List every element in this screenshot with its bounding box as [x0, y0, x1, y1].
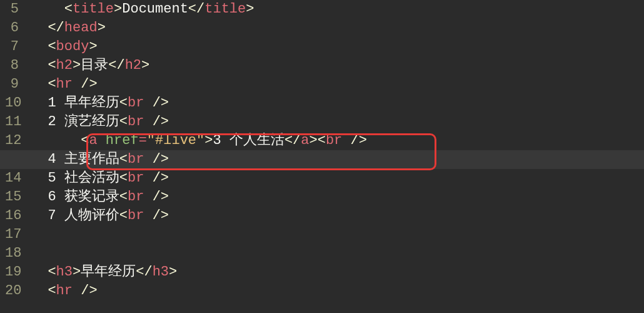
token-bracket: >: [246, 1, 254, 17]
token-bracket: >: [114, 1, 122, 17]
token-text: [73, 283, 81, 299]
token-text: [144, 95, 152, 111]
token-tag: br: [326, 133, 342, 148]
token-bracket: <: [81, 133, 89, 148]
token-tag: head: [64, 20, 98, 36]
token-text: 1 早年经历: [48, 95, 119, 111]
token-tag: br: [128, 189, 144, 205]
token-bracket: <: [48, 264, 56, 280]
line-number: 6: [5, 19, 19, 38]
token-text: 目录: [81, 58, 108, 73]
token-text: [144, 114, 152, 130]
token-bracket: <: [119, 151, 128, 167]
token-text: [144, 170, 152, 186]
token-text: 7 人物评价: [48, 208, 119, 223]
token-bracket: <: [48, 283, 56, 299]
code-area[interactable]: <title>Document</title> </head> <body> <…: [29, 0, 644, 313]
token-text: 3 个人生活: [213, 133, 284, 148]
line-number: 8: [5, 56, 19, 75]
line-number: 15: [5, 188, 19, 207]
token-tag: br: [128, 170, 144, 186]
code-line[interactable]: <hr />: [31, 282, 644, 300]
token-text: [73, 76, 81, 92]
token-bracket: <: [119, 170, 128, 186]
token-bracket: </: [284, 133, 301, 148]
token-bracket: <: [318, 133, 326, 148]
token-bracket: >: [309, 133, 317, 148]
token-text: 2 演艺经历: [48, 114, 119, 130]
code-line[interactable]: 7 人物评价<br />: [31, 207, 644, 225]
token-bracket: >: [73, 58, 81, 73]
code-line[interactable]: 5 社会活动<br />: [31, 169, 644, 188]
token-bracket: >: [89, 39, 97, 54]
line-number: 11: [5, 113, 19, 131]
code-line[interactable]: [31, 244, 644, 263]
line-number: 9: [5, 75, 19, 94]
line-number: 17: [5, 225, 19, 244]
code-editor[interactable]: 567891011121314151617181920 <title>Docum…: [0, 0, 644, 313]
token-bracket: />: [81, 283, 97, 299]
token-tag: title: [204, 1, 246, 17]
code-line[interactable]: 2 演艺经历<br />: [31, 113, 644, 131]
line-number: 18: [5, 244, 19, 263]
code-line[interactable]: <title>Document</title>: [31, 0, 644, 19]
token-tag: h2: [125, 58, 141, 73]
code-line[interactable]: [31, 225, 644, 244]
token-text: [342, 133, 350, 148]
line-number: 19: [5, 263, 19, 282]
token-text: [144, 208, 152, 223]
token-bracket: </: [136, 264, 152, 280]
token-tag: br: [128, 95, 144, 111]
token-bracket: />: [351, 133, 367, 148]
token-text: Document: [122, 1, 188, 17]
token-text: 早年经历: [81, 264, 136, 280]
token-bracket: <: [48, 39, 56, 54]
token-text: 5 社会活动: [48, 170, 119, 186]
token-tag: hr: [56, 76, 73, 92]
token-tag: br: [128, 151, 144, 167]
line-number: 20: [5, 282, 19, 300]
line-number: 12: [5, 131, 19, 150]
token-bracket: <: [119, 114, 128, 130]
code-line[interactable]: <body>: [31, 38, 644, 56]
line-number: 16: [5, 207, 19, 225]
code-line[interactable]: <hr />: [31, 75, 644, 94]
line-number: 10: [5, 94, 19, 113]
token-bracket: <: [119, 208, 128, 223]
token-bracket: </: [108, 58, 124, 73]
token-text: [144, 189, 152, 205]
line-number: 14: [5, 169, 19, 188]
token-tag: title: [73, 1, 114, 17]
token-bracket: <: [48, 76, 56, 92]
token-bracket: <: [48, 58, 56, 73]
token-tag: a: [89, 133, 97, 148]
token-bracket: </: [188, 1, 204, 17]
token-tag: br: [128, 208, 144, 223]
token-bracket: />: [153, 114, 169, 130]
line-number: 5: [5, 0, 19, 19]
token-bracket: />: [153, 151, 169, 167]
token-tag: br: [128, 114, 144, 130]
token-bracket: >: [204, 133, 213, 148]
token-bracket: >: [98, 20, 106, 36]
token-tag: h3: [153, 264, 169, 280]
code-line[interactable]: <a href="#live">3 个人生活</a><br />: [31, 131, 644, 150]
token-bracket: >: [73, 264, 81, 280]
token-bracket: />: [81, 76, 97, 92]
token-tag: body: [56, 39, 89, 54]
code-line[interactable]: 6 获奖记录<br />: [31, 188, 644, 207]
token-tag: a: [301, 133, 309, 148]
token-tag: hr: [56, 283, 73, 299]
token-text: 6 获奖记录: [48, 189, 119, 205]
token-bracket: />: [153, 208, 169, 223]
code-line[interactable]: <h2>目录</h2>: [31, 56, 644, 75]
token-text: [98, 133, 106, 148]
code-line[interactable]: 1 早年经历<br />: [31, 94, 644, 113]
token-bracket: />: [153, 95, 169, 111]
token-bracket: <: [64, 1, 73, 17]
code-line[interactable]: </head>: [31, 19, 644, 38]
code-line[interactable]: <h3>早年经历</h3>: [31, 263, 644, 282]
token-bracket: >: [141, 58, 149, 73]
token-tag: h3: [56, 264, 73, 280]
line-number: 7: [5, 38, 19, 56]
